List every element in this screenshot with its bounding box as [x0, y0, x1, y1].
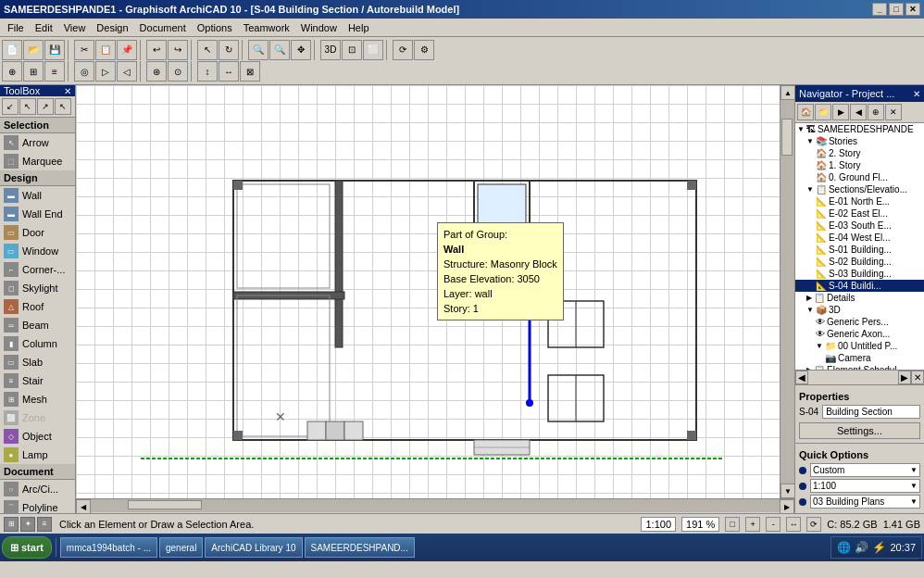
taskbar-item-2[interactable]: ArchiCAD Library 10: [205, 537, 302, 558]
new-button[interactable]: 📄: [2, 40, 22, 60]
menu-options[interactable]: Options: [192, 20, 238, 35]
zoom-pan-button[interactable]: ↔: [786, 517, 801, 532]
paste-button[interactable]: 📌: [117, 40, 137, 60]
h-scroll-thumb[interactable]: [128, 500, 202, 509]
tool-door[interactable]: ▭ Door: [0, 223, 75, 242]
zoom-fit-button[interactable]: □: [725, 517, 740, 532]
floor-plan-button[interactable]: ⬜: [363, 40, 383, 60]
scroll-down-button[interactable]: ▼: [780, 484, 795, 498]
tool-corner[interactable]: ⌐ Corner-...: [0, 260, 75, 279]
tool-zone[interactable]: ⬜ Zone: [0, 408, 75, 427]
snap-button[interactable]: ⊕: [2, 61, 22, 82]
mini-tb-btn-3[interactable]: ↗: [37, 98, 54, 115]
h-scroll-track[interactable]: [91, 499, 780, 512]
nav-folder-button[interactable]: 📁: [815, 104, 831, 120]
tree-item-stories[interactable]: ▼ 📚 Stories: [795, 135, 924, 147]
menu-teamwork[interactable]: Teamwork: [238, 20, 295, 35]
zoom-out-button[interactable]: 🔍: [269, 40, 290, 60]
tool-arc[interactable]: ○ Arc/Ci...: [0, 480, 75, 498]
pan-button[interactable]: ✥: [291, 40, 311, 60]
menu-document[interactable]: Document: [134, 20, 192, 35]
save-button[interactable]: 💾: [44, 40, 65, 60]
tb-btn-11[interactable]: ⊛: [146, 61, 167, 82]
tool-lamp[interactable]: ● Lamp: [0, 446, 75, 464]
tree-item-s03[interactable]: 📐 S-03 Building...: [795, 268, 924, 280]
tree-item-story1[interactable]: 🏠 1. Story: [795, 159, 924, 171]
tree-item-sections[interactable]: ▼ 📋 Sections/Elevatio...: [795, 183, 924, 195]
rebuild-button[interactable]: ⟳: [393, 40, 413, 60]
tb-btn-10[interactable]: ◁: [117, 61, 137, 82]
tool-stair[interactable]: ≡ Stair: [0, 371, 75, 390]
tree-item-s04[interactable]: 📐 S-04 Buildi...: [795, 280, 924, 292]
nav-panel-close[interactable]: ✕: [911, 371, 924, 384]
settings2-button[interactable]: ⚙: [414, 40, 434, 60]
qo-plan-dropdown[interactable]: 03 Building Plans ▼: [810, 495, 920, 509]
menu-edit[interactable]: Edit: [30, 20, 58, 35]
status-icon-2[interactable]: ✦: [20, 517, 35, 532]
v-scroll-track[interactable]: [780, 100, 794, 484]
tool-window[interactable]: ▭ Window: [0, 242, 75, 260]
scroll-left-button[interactable]: ◀: [76, 499, 91, 514]
tree-item-3d[interactable]: ▼ 📦 3D: [795, 304, 924, 316]
nav-close-button[interactable]: ✕: [913, 89, 920, 99]
arrow-cursor-btn[interactable]: ↖: [55, 98, 71, 115]
tool-beam[interactable]: ═ Beam: [0, 316, 75, 334]
taskbar-item-1[interactable]: general: [159, 537, 203, 558]
taskbar-item-0[interactable]: mmca1994batch - ...: [60, 537, 157, 558]
scroll-right-button[interactable]: ▶: [780, 499, 794, 514]
scroll-up-button[interactable]: ▲: [780, 85, 795, 100]
menu-help[interactable]: Help: [343, 20, 375, 35]
nav-home-button[interactable]: 🏠: [797, 104, 814, 120]
tool-polyline[interactable]: ⌒ Polyline: [0, 498, 75, 513]
zoom-in-button[interactable]: 🔍: [248, 40, 268, 60]
open-button[interactable]: 📂: [23, 40, 44, 60]
settings-button[interactable]: Settings...: [799, 422, 920, 439]
mini-tb-btn-2[interactable]: ↖: [19, 98, 36, 115]
menu-file[interactable]: File: [2, 20, 30, 35]
undo-button[interactable]: ↩: [146, 40, 167, 60]
tb-btn-12[interactable]: ⊙: [168, 61, 188, 82]
tool-wall-end[interactable]: ▬ Wall End: [0, 205, 75, 223]
nav-panel-right[interactable]: ▶: [898, 371, 911, 384]
tool-roof[interactable]: △ Roof: [0, 297, 75, 316]
nav-back-button[interactable]: ◀: [850, 104, 867, 120]
tb-btn-8[interactable]: ◎: [74, 61, 94, 82]
tree-item-root[interactable]: ▼ 🏗 SAMEERDESHPANDE: [795, 123, 924, 135]
tool-marquee[interactable]: ⬚ Marquee: [0, 152, 75, 170]
start-button[interactable]: ⊞ start: [2, 536, 52, 559]
tool-arrow[interactable]: ↖ Arrow: [0, 133, 75, 152]
taskbar-item-3[interactable]: SAMEERDESHPAND...: [305, 537, 415, 558]
close-button[interactable]: ✕: [905, 3, 920, 16]
v-scroll-thumb[interactable]: [781, 119, 793, 156]
tb-btn-9[interactable]: ▷: [95, 61, 116, 82]
tree-item-ground[interactable]: 🏠 0. Ground Fl...: [795, 171, 924, 183]
canvas-area[interactable]: ✕ Part of Group: Wall Structure: Masonry…: [76, 85, 780, 498]
tree-item-details[interactable]: ▶ 📋 Details: [795, 292, 924, 304]
tool-column[interactable]: ▮ Column: [0, 334, 75, 353]
tree-item-e03[interactable]: 📐 E-03 South E...: [795, 220, 924, 232]
status-icon-1[interactable]: ⊞: [4, 517, 19, 532]
minimize-button[interactable]: _: [872, 3, 887, 16]
nav-panel-left[interactable]: ◀: [795, 371, 808, 384]
nav-add-button[interactable]: ⊕: [868, 104, 884, 120]
tb-btn-15[interactable]: ⊠: [240, 61, 260, 82]
cut-button[interactable]: ✂: [74, 40, 94, 60]
tree-item-untitled[interactable]: ▼ 📁 00 Untitled P...: [795, 340, 924, 352]
qo-scale-dropdown[interactable]: 1:100 ▼: [810, 479, 920, 493]
layer-button[interactable]: ≡: [44, 61, 65, 82]
zoom-reset-button[interactable]: ⟳: [806, 517, 821, 532]
zoom-out-status-button[interactable]: -: [766, 517, 780, 532]
zoom-display[interactable]: 191 %: [681, 517, 719, 532]
scale-display[interactable]: 1:100: [641, 517, 676, 532]
grid-button[interactable]: ⊞: [23, 61, 44, 82]
section-button[interactable]: ⊡: [342, 40, 362, 60]
tool-mesh[interactable]: ⊞ Mesh: [0, 390, 75, 408]
nav-forward-button[interactable]: ▶: [832, 104, 849, 120]
maximize-button[interactable]: □: [889, 3, 904, 16]
tree-item-e01[interactable]: 📐 E-01 North E...: [795, 195, 924, 207]
mini-tb-btn-1[interactable]: ↙: [2, 98, 19, 115]
copy-button[interactable]: 📋: [95, 40, 116, 60]
canvas-inner[interactable]: ✕ Part of Group: Wall Structure: Masonry…: [76, 85, 780, 498]
tool-skylight[interactable]: ◻ Skylight: [0, 279, 75, 297]
tool-object[interactable]: ◇ Object: [0, 427, 75, 446]
